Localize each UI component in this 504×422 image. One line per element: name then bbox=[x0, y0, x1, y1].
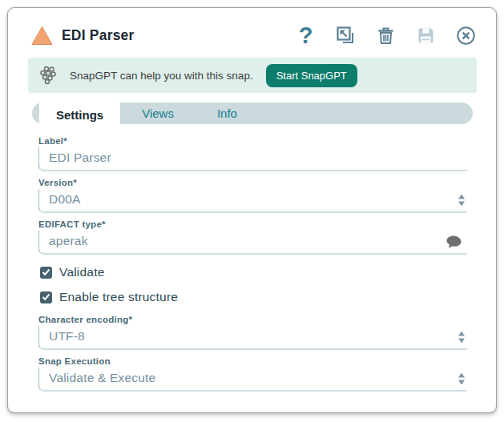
tab-info[interactable]: Info bbox=[196, 102, 259, 124]
label-field-input[interactable]: EDI Parser bbox=[38, 147, 467, 171]
snap-execution-field-label: Snap Execution bbox=[38, 356, 467, 366]
version-select[interactable]: D00A bbox=[38, 189, 467, 213]
save-icon[interactable] bbox=[415, 25, 437, 46]
expand-icon[interactable] bbox=[335, 25, 357, 46]
version-field-label: Version* bbox=[38, 178, 467, 187]
enable-tree-structure-checkbox[interactable] bbox=[40, 291, 52, 303]
dialog-title: EDI Parser bbox=[62, 27, 135, 44]
tab-settings[interactable]: Settings bbox=[39, 102, 120, 127]
spinner-down-icon bbox=[458, 380, 465, 385]
enable-tree-structure-checkbox-label: Enable tree structure bbox=[59, 290, 178, 304]
label-field-value: EDI Parser bbox=[49, 151, 443, 165]
snap-settings-dialog: EDI Parser ? bbox=[7, 7, 497, 413]
enable-tree-structure-checkbox-row[interactable]: Enable tree structure bbox=[40, 290, 467, 304]
snap-execution-value: Validate & Execute bbox=[49, 371, 443, 385]
snap-execution-spinner[interactable] bbox=[458, 373, 465, 385]
spinner-up-icon bbox=[458, 332, 465, 336]
validate-checkbox-row[interactable]: Validate bbox=[40, 265, 467, 279]
checkmark-icon bbox=[42, 293, 50, 301]
validate-checkbox[interactable] bbox=[40, 267, 52, 279]
version-spinner[interactable] bbox=[458, 195, 465, 207]
tab-bar: Settings Views Info bbox=[32, 102, 473, 124]
edifact-type-field-label: EDIFACT type* bbox=[38, 219, 467, 229]
version-select-value: D00A bbox=[49, 192, 443, 207]
tab-views[interactable]: Views bbox=[120, 102, 196, 124]
help-icon[interactable]: ? bbox=[295, 25, 317, 46]
comment-bubble-icon[interactable] bbox=[446, 235, 462, 253]
start-snapgpt-button[interactable]: Start SnapGPT bbox=[266, 64, 357, 87]
character-encoding-spinner[interactable] bbox=[458, 332, 465, 344]
snapgpt-cluster-icon bbox=[38, 65, 59, 86]
dialog-header: EDI Parser ? bbox=[8, 8, 496, 50]
character-encoding-field-label: Character encoding* bbox=[38, 315, 467, 324]
settings-form: Label* EDI Parser Version* D00A EDIFACT … bbox=[8, 124, 496, 392]
validate-checkbox-label: Validate bbox=[59, 265, 104, 279]
header-actions: ? bbox=[295, 25, 477, 46]
close-icon[interactable] bbox=[455, 25, 477, 46]
snap-triangle-icon bbox=[31, 26, 53, 46]
spinner-down-icon bbox=[458, 339, 465, 344]
edifact-type-value: aperak bbox=[49, 234, 443, 248]
spinner-up-icon bbox=[458, 195, 465, 199]
edifact-type-input[interactable]: aperak bbox=[38, 231, 467, 255]
label-field-label: Label* bbox=[38, 136, 467, 146]
character-encoding-select[interactable]: UTF-8 bbox=[38, 326, 467, 350]
spinner-down-icon bbox=[458, 202, 465, 207]
snapgpt-banner: SnapGPT can help you with this snap. Sta… bbox=[28, 58, 477, 93]
snapgpt-banner-text: SnapGPT can help you with this snap. bbox=[70, 70, 253, 82]
delete-icon[interactable] bbox=[375, 25, 397, 46]
spinner-up-icon bbox=[458, 373, 465, 378]
character-encoding-value: UTF-8 bbox=[49, 329, 443, 344]
checkmark-icon bbox=[42, 268, 50, 276]
snap-execution-select[interactable]: Validate & Execute bbox=[38, 368, 467, 392]
